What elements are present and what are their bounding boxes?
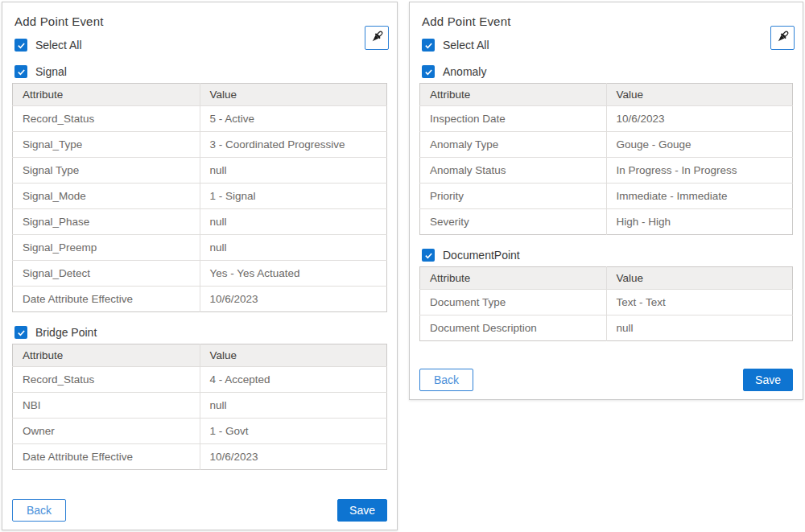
value-cell: null bbox=[606, 315, 793, 341]
bridge-point-label: Bridge Point bbox=[35, 326, 97, 339]
value-cell: null bbox=[200, 393, 387, 419]
value-cell: 3 - Coordinated Progressive bbox=[200, 132, 387, 158]
signal-attribute-table: Attribute Value Record_Status 5 - Active… bbox=[12, 83, 387, 312]
table-row: Date Attribute Effective 10/6/2023 bbox=[13, 444, 387, 470]
select-all-label: Select All bbox=[35, 39, 82, 52]
attribute-cell: Priority bbox=[420, 184, 607, 209]
value-cell: In Progress - In Progress bbox=[606, 158, 793, 184]
attribute-column-header: Attribute bbox=[13, 84, 200, 106]
signal-label: Signal bbox=[35, 65, 67, 78]
table-row: Record_Status 5 - Active bbox=[13, 106, 387, 132]
section-row-document-point: DocumentPoint bbox=[422, 249, 793, 262]
value-cell: null bbox=[200, 209, 387, 235]
eyedropper-icon bbox=[369, 29, 385, 47]
section-row-signal: Signal bbox=[14, 65, 387, 78]
attribute-cell: Date Attribute Effective bbox=[13, 287, 200, 312]
value-column-header: Value bbox=[200, 344, 387, 367]
document-point-checkbox[interactable] bbox=[422, 249, 435, 262]
table-header-row: Attribute Value bbox=[13, 84, 387, 106]
back-button[interactable]: Back bbox=[419, 369, 473, 391]
check-icon bbox=[424, 68, 433, 76]
select-all-label: Select All bbox=[443, 39, 489, 52]
value-cell: 10/6/2023 bbox=[606, 106, 793, 132]
check-icon bbox=[424, 251, 433, 260]
table-row: Anomaly Type Gouge - Gouge bbox=[420, 132, 793, 158]
attribute-cell: Signal Type bbox=[13, 158, 200, 184]
attribute-column-header: Attribute bbox=[420, 267, 607, 290]
value-cell: Immediate - Immediate bbox=[606, 184, 793, 209]
value-cell: null bbox=[200, 235, 387, 261]
attribute-cell: Date Attribute Effective bbox=[13, 444, 200, 470]
signal-checkbox[interactable] bbox=[14, 65, 27, 78]
attribute-cell: Record_Status bbox=[13, 367, 200, 393]
table-row: Signal_Preemp null bbox=[13, 235, 387, 261]
value-cell: 5 - Active bbox=[200, 106, 387, 132]
eyedropper-icon bbox=[774, 29, 791, 47]
save-button[interactable]: Save bbox=[337, 499, 387, 522]
attribute-cell: Inspection Date bbox=[420, 106, 607, 132]
select-all-checkbox[interactable] bbox=[422, 39, 435, 52]
anomaly-attribute-table: Attribute Value Inspection Date 10/6/202… bbox=[419, 83, 793, 235]
value-cell: 10/6/2023 bbox=[200, 287, 387, 312]
value-cell: 1 - Signal bbox=[200, 184, 387, 209]
attribute-cell: Signal_Preemp bbox=[13, 235, 200, 261]
bridge-point-attribute-table: Attribute Value Record_Status 4 - Accept… bbox=[12, 344, 387, 470]
table-header-row: Attribute Value bbox=[420, 84, 793, 106]
table-row: Document Description null bbox=[420, 315, 793, 341]
table-row: Record_Status 4 - Accepted bbox=[13, 367, 387, 393]
attribute-cell: Severity bbox=[420, 209, 607, 235]
check-icon bbox=[17, 41, 26, 50]
table-row: Priority Immediate - Immediate bbox=[420, 184, 793, 209]
table-row: Signal_Type 3 - Coordinated Progressive bbox=[13, 132, 387, 158]
table-row: Anomaly Status In Progress - In Progress bbox=[420, 158, 793, 184]
attribute-column-header: Attribute bbox=[13, 344, 200, 367]
select-all-checkbox[interactable] bbox=[14, 39, 27, 52]
attribute-cell: Signal_Type bbox=[13, 132, 200, 158]
anomaly-label: Anomaly bbox=[443, 65, 486, 78]
table-row: Inspection Date 10/6/2023 bbox=[420, 106, 793, 132]
table-row: Signal_Mode 1 - Signal bbox=[13, 184, 387, 209]
check-icon bbox=[17, 328, 26, 337]
page-title: Add Point Event bbox=[14, 14, 387, 28]
eyedropper-button[interactable] bbox=[770, 26, 795, 50]
select-all-row: Select All bbox=[422, 39, 793, 52]
attribute-cell: Anomaly Status bbox=[420, 158, 607, 184]
value-cell: null bbox=[200, 158, 387, 184]
attribute-cell: Record_Status bbox=[13, 106, 200, 132]
document-point-attribute-table: Attribute Value Document Type Text - Tex… bbox=[419, 266, 793, 341]
value-cell: 1 - Govt bbox=[200, 419, 387, 444]
value-cell: 4 - Accepted bbox=[200, 367, 387, 393]
value-column-header: Value bbox=[200, 84, 387, 106]
check-icon bbox=[17, 68, 26, 76]
bridge-point-checkbox[interactable] bbox=[14, 326, 27, 339]
table-row: Severity High - High bbox=[420, 209, 793, 235]
back-button[interactable]: Back bbox=[12, 499, 66, 522]
attribute-cell: Anomaly Type bbox=[420, 132, 607, 158]
table-row: Owner 1 - Govt bbox=[13, 419, 387, 444]
attribute-cell: Document Type bbox=[420, 290, 607, 315]
check-icon bbox=[424, 41, 433, 50]
anomaly-checkbox[interactable] bbox=[422, 65, 435, 78]
value-cell: Yes - Yes Actuated bbox=[200, 261, 387, 287]
table-row: Signal_Detect Yes - Yes Actuated bbox=[13, 261, 387, 287]
value-column-header: Value bbox=[606, 84, 793, 106]
table-row: Signal Type null bbox=[13, 158, 387, 184]
value-column-header: Value bbox=[606, 267, 793, 290]
save-button[interactable]: Save bbox=[743, 369, 793, 391]
table-row: Document Type Text - Text bbox=[420, 290, 793, 315]
attribute-column-header: Attribute bbox=[420, 84, 607, 106]
table-row: NBI null bbox=[13, 393, 387, 419]
value-cell: 10/6/2023 bbox=[200, 444, 387, 470]
add-point-event-panel-left: Add Point Event Select All Signal Attr bbox=[2, 2, 398, 530]
attribute-cell: Document Description bbox=[420, 315, 607, 341]
document-point-label: DocumentPoint bbox=[443, 249, 520, 262]
section-row-anomaly: Anomaly bbox=[422, 65, 793, 78]
eyedropper-button[interactable] bbox=[365, 26, 389, 50]
value-cell: Text - Text bbox=[606, 290, 793, 315]
add-point-event-panel-right: Add Point Event Select All Anomaly Att bbox=[409, 2, 803, 400]
table-row: Signal_Phase null bbox=[13, 209, 387, 235]
page-title: Add Point Event bbox=[422, 14, 793, 28]
table-header-row: Attribute Value bbox=[13, 344, 387, 367]
attribute-cell: Signal_Detect bbox=[13, 261, 200, 287]
attribute-cell: Signal_Mode bbox=[13, 184, 200, 209]
